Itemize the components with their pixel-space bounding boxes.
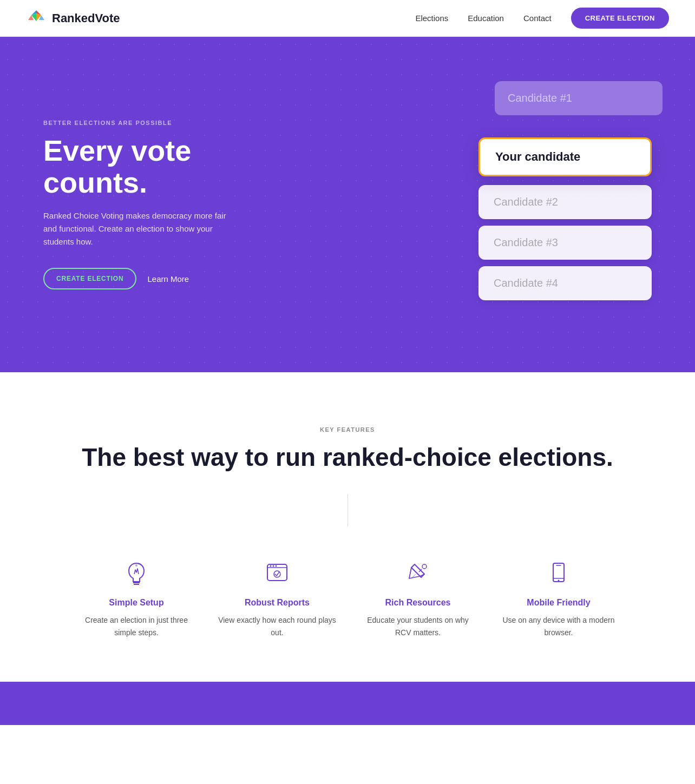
features-title: The best way to run ranked-choice electi… bbox=[82, 443, 613, 472]
features-eyebrow: KEY FEATURES bbox=[320, 426, 375, 433]
hero-description: Ranked Choice Voting makes democracy mor… bbox=[43, 209, 238, 248]
nav-education[interactable]: Education bbox=[468, 14, 504, 23]
feature-mobile-friendly-desc: Use on any device with a modern browser. bbox=[499, 614, 618, 638]
nav-create-election-button[interactable]: CREATE ELECTION bbox=[571, 8, 669, 29]
nav-contact[interactable]: Contact bbox=[523, 14, 552, 23]
feature-simple-setup: Simple Setup Create an election in just … bbox=[77, 559, 196, 638]
features-section: KEY FEATURES The best way to run ranked-… bbox=[0, 372, 695, 682]
candidate-card-4: Candidate #4 bbox=[478, 266, 652, 300]
hero-learn-more-link[interactable]: Learn More bbox=[147, 274, 189, 284]
features-grid: Simple Setup Create an election in just … bbox=[77, 559, 618, 638]
feature-robust-reports-title: Robust Reports bbox=[245, 598, 310, 608]
hero-actions: CREATE ELECTION Learn More bbox=[43, 268, 271, 289]
nav-elections[interactable]: Elections bbox=[415, 14, 448, 23]
candidate-cards-list: Your candidate Candidate #2 Candidate #3… bbox=[478, 137, 652, 300]
feature-robust-reports: Robust Reports View exactly how each rou… bbox=[218, 559, 337, 638]
hero-title: Every vote counts. bbox=[43, 135, 271, 199]
logo-text: RankedVote bbox=[52, 11, 120, 25]
resources-icon bbox=[404, 559, 432, 587]
setup-icon bbox=[122, 559, 150, 587]
navbar: RankedVote Elections Education Contact C… bbox=[0, 0, 695, 37]
svg-point-13 bbox=[558, 580, 560, 582]
logo[interactable]: RankedVote bbox=[26, 8, 120, 29]
candidate-card-2: Candidate #2 bbox=[478, 185, 652, 219]
mobile-icon bbox=[545, 559, 573, 587]
feature-mobile-friendly: Mobile Friendly Use on any device with a… bbox=[499, 559, 618, 638]
features-divider bbox=[348, 494, 348, 526]
hero-cards: Candidate #1 Your candidate Candidate #2… bbox=[478, 109, 652, 300]
feature-robust-reports-desc: View exactly how each round plays out. bbox=[218, 614, 337, 638]
svg-point-8 bbox=[422, 564, 427, 569]
feature-rich-resources-title: Rich Resources bbox=[385, 598, 451, 608]
hero-content: BETTER ELECTIONS ARE POSSIBLE Every vote… bbox=[43, 120, 271, 290]
feature-simple-setup-title: Simple Setup bbox=[109, 598, 163, 608]
feature-mobile-friendly-title: Mobile Friendly bbox=[527, 598, 590, 608]
hero-create-election-button[interactable]: CREATE ELECTION bbox=[43, 268, 136, 289]
candidate-card-3: Candidate #3 bbox=[478, 226, 652, 260]
footer-bar bbox=[0, 682, 695, 725]
feature-simple-setup-desc: Create an election in just three simple … bbox=[77, 614, 196, 638]
reports-icon bbox=[263, 559, 291, 587]
hero-section: BETTER ELECTIONS ARE POSSIBLE Every vote… bbox=[0, 37, 695, 372]
feature-rich-resources: Rich Resources Educate your students on … bbox=[358, 559, 477, 638]
feature-rich-resources-desc: Educate your students on why RCV matters… bbox=[358, 614, 477, 638]
candidate-card-background: Candidate #1 bbox=[495, 81, 663, 115]
svg-rect-11 bbox=[553, 563, 564, 582]
candidate-card-active: Your candidate bbox=[478, 137, 652, 176]
svg-rect-3 bbox=[267, 564, 287, 581]
logo-icon bbox=[26, 8, 47, 29]
nav-links: Elections Education Contact CREATE ELECT… bbox=[415, 8, 669, 29]
hero-eyebrow: BETTER ELECTIONS ARE POSSIBLE bbox=[43, 120, 271, 126]
svg-point-2 bbox=[135, 564, 137, 566]
